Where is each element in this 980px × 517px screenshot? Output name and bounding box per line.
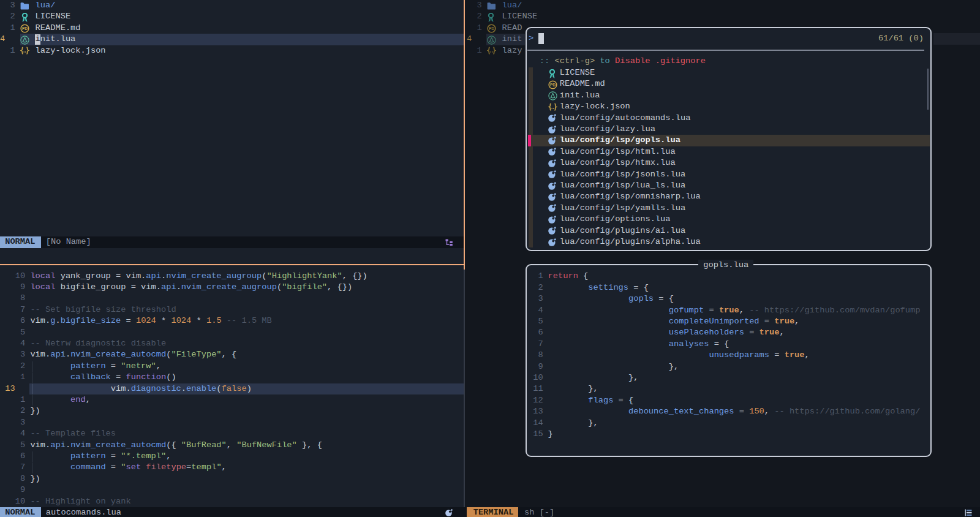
svg-text:PD: PD bbox=[550, 83, 556, 87]
svg-text:PD: PD bbox=[489, 26, 494, 31]
svg-text:PD: PD bbox=[21, 26, 27, 31]
